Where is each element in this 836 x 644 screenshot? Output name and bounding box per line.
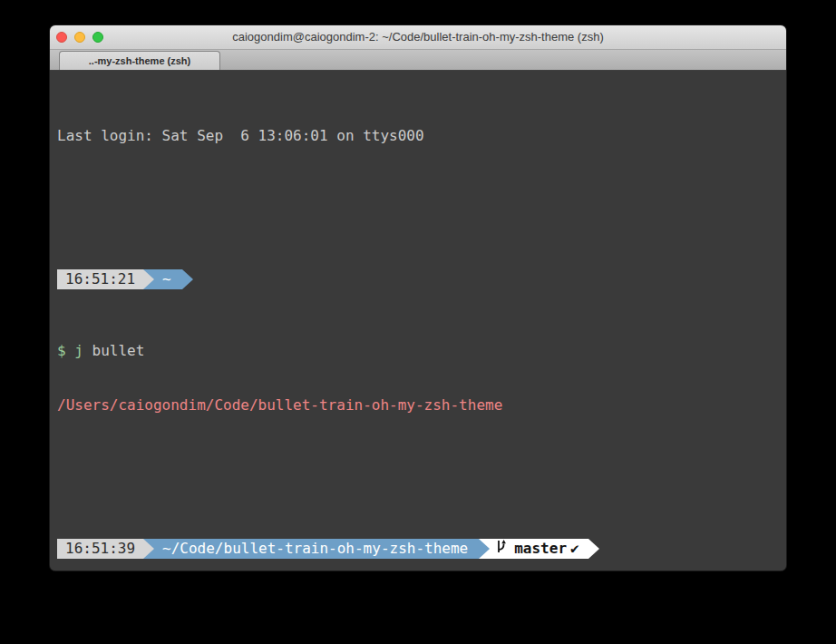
terminal-window: caiogondim@caiogondim-2: ~/Code/bullet-t…: [50, 25, 786, 571]
prompt-time-segment: 16:51:39: [57, 539, 143, 559]
git-branch-icon: [495, 539, 507, 560]
blank-line: [57, 450, 779, 470]
powerline-arrow-icon: [588, 539, 599, 559]
terminal-content[interactable]: Last login: Sat Sep 6 13:06:01 on ttys00…: [50, 71, 786, 571]
screenshot-stage: caiogondim@caiogondim-2: ~/Code/bullet-t…: [0, 0, 836, 644]
tab-bar: ..-my-zsh-theme (zsh): [50, 50, 786, 71]
last-login-line: Last login: Sat Sep 6 13:06:01 on ttys00…: [57, 126, 779, 146]
command-line-1: $ j bullet: [57, 341, 779, 361]
prompt-dir-segment: ~/Code/bullet-train-oh-my-zsh-theme: [143, 539, 479, 559]
prompt-dir: ~/Code/bullet-train-oh-my-zsh-theme: [154, 539, 479, 559]
prompt-dir: ~: [154, 269, 182, 289]
prompt-time-segment: 16:51:21: [57, 269, 143, 289]
prompt-line-1: 16:51:21 ~: [57, 269, 779, 289]
git-branch-name: master: [509, 539, 570, 559]
powerline-arrow-icon: [182, 269, 193, 289]
powerline-arrow-icon: [143, 539, 154, 559]
prompt-git-segment: master✔: [479, 539, 588, 559]
git-clean-checkmark: ✔: [570, 539, 588, 559]
command-args: bullet: [83, 342, 144, 359]
prompt-dir-segment: ~: [143, 269, 182, 289]
prompt-time: 16:51:39: [65, 539, 135, 559]
tab-label: ..-my-zsh-theme (zsh): [89, 55, 190, 66]
powerline-arrow-icon: [143, 269, 154, 289]
window-titlebar[interactable]: caiogondim@caiogondim-2: ~/Code/bullet-t…: [50, 25, 786, 50]
blank-line: [57, 181, 779, 200]
command-prompt-char: $ j: [57, 342, 83, 359]
prompt-line-2: 16:51:39 ~/Code/bullet-train-oh-my-zsh-t…: [57, 539, 779, 559]
command-output-path: /Users/caiogondim/Code/bullet-train-oh-m…: [57, 395, 779, 415]
powerline-arrow-icon: [479, 539, 490, 559]
prompt-time: 16:51:21: [65, 269, 135, 289]
tab-zsh[interactable]: ..-my-zsh-theme (zsh): [59, 51, 220, 70]
window-title: caiogondim@caiogondim-2: ~/Code/bullet-t…: [50, 25, 786, 49]
